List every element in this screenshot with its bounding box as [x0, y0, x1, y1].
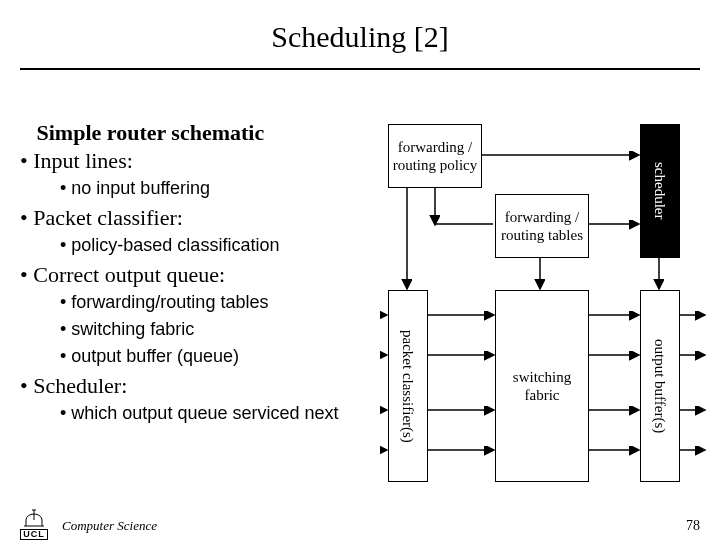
bullet-switching-fabric: switching fabric	[60, 319, 380, 340]
bullet-scheduler: Scheduler:	[20, 373, 380, 399]
bullet-which-queue: which output queue serviced next	[60, 403, 380, 424]
bullet-correct-output: Correct output queue:	[20, 262, 380, 288]
bullet-no-input-buffering: no input buffering	[60, 178, 380, 199]
bullet-input-lines: Input lines:	[20, 148, 380, 174]
router-diagram: forwarding / routing policy forwarding /…	[380, 120, 710, 490]
page-number: 78	[686, 518, 700, 534]
bullet-policy-based: policy-based classification	[60, 235, 380, 256]
diagram-connectors	[380, 120, 710, 490]
dome-icon	[20, 508, 48, 528]
logo-text: UCL	[20, 529, 48, 540]
ucl-logo: UCL	[20, 508, 48, 540]
footer-dept: Computer Science	[62, 518, 157, 534]
slide-title: Scheduling [2]	[0, 0, 720, 62]
outline: Simple router schematic Input lines: no …	[20, 120, 380, 430]
bullet-packet-classifier: Packet classifier:	[20, 205, 380, 231]
bullet-fwd-tables: forwarding/routing tables	[60, 292, 380, 313]
title-rule	[20, 68, 700, 70]
footer: UCL Computer Science 78	[0, 504, 720, 544]
heading-schematic: Simple router schematic	[20, 120, 380, 146]
slide: Scheduling [2] Simple router schematic I…	[0, 0, 720, 554]
bullet-output-buffer: output buffer (queue)	[60, 346, 380, 367]
